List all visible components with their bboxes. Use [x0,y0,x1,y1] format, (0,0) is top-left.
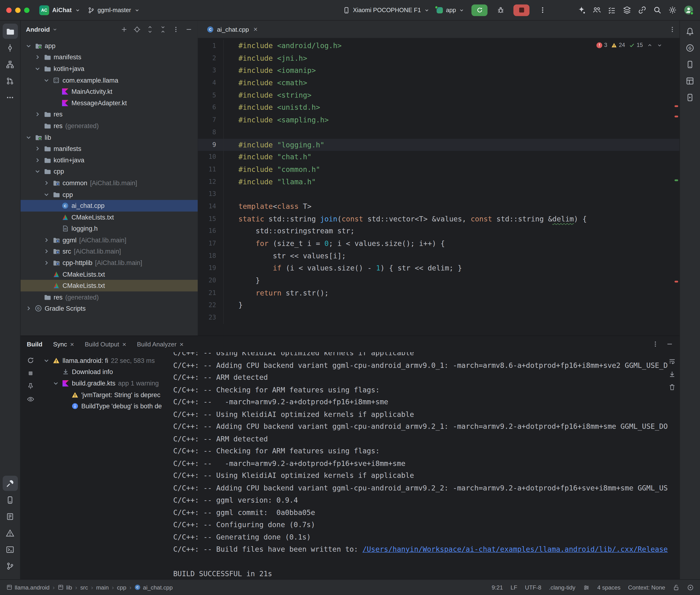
close-tab-icon[interactable]: × [122,341,126,347]
notifications-icon[interactable] [682,24,698,39]
tree-item-mainactivity-kt[interactable]: MainActivity.kt [21,86,198,97]
build-tab-build-analyzer[interactable]: Build Analyzer× [137,340,184,348]
tree-item-manifests[interactable]: manifests [21,143,198,154]
line-number-11[interactable]: 11 [198,163,224,176]
tree-item-cmakelists-txt[interactable]: CMakeLists.txt [21,268,198,280]
build-console[interactable]: C/C++: -- Using KleidiAI optimized kerne… [170,352,679,579]
chevron-down-icon[interactable] [52,380,59,387]
tree-item-cpp[interactable]: cpp [21,189,198,200]
close-tab-icon[interactable]: × [179,341,184,347]
code-line-12[interactable]: 12#include "llama.h" [198,176,679,188]
build-tab-build-output[interactable]: Build Output× [85,340,126,348]
scrolldown-button[interactable] [668,370,676,378]
chevron-down-icon[interactable] [43,191,50,198]
chevron-right-icon[interactable] [34,157,41,164]
chevron-down-icon[interactable] [34,65,41,73]
chevron-down-icon[interactable] [25,134,32,141]
editor-tab-ai-chat-cpp[interactable]: C ai_chat.cpp × [201,20,263,38]
code-line-5[interactable]: 5#include <string> [198,89,679,102]
code-line-11[interactable]: 11#include "common.h" [198,163,679,176]
version-control-icon[interactable] [2,558,18,573]
line-number-10[interactable]: 10 [198,151,224,163]
line-separator[interactable]: LF [511,584,517,591]
change-stripe-mark[interactable] [674,179,678,181]
line-number-16[interactable]: 16 [198,225,224,237]
line-number-22[interactable]: 22 [198,299,224,312]
tree-item-lib[interactable]: lib [21,132,198,143]
code-line-10[interactable]: 10#include "chat.h" [198,151,679,163]
build-tree-item-buildtype-debug-is-both-de[interactable]: BuildType 'debug' is both de [40,400,170,412]
build-tree-item-download-info[interactable]: Download info [40,366,170,378]
settings-icon[interactable] [668,6,677,14]
line-number-2[interactable]: 2 [198,52,224,64]
device-selector[interactable]: Xiaomi POCOPHONE F1 [343,6,429,13]
code-line-18[interactable]: 18 str << values[i]; [198,250,679,262]
line-number-18[interactable]: 18 [198,250,224,262]
device-explorer-icon[interactable] [2,492,18,507]
build-tree-item-build-gradle-kts[interactable]: build.gradle.ktsapp 1 warning [40,378,170,389]
eye-button[interactable] [27,395,34,403]
line-number-21[interactable]: 21 [198,287,224,299]
hide-panel-button[interactable] [666,340,673,348]
code-line-16[interactable]: 16 std::ostringstream str; [198,225,679,237]
breadcrumb-main[interactable]: main [96,584,109,591]
running-devices-icon[interactable] [682,90,698,105]
profile-icon[interactable] [683,5,694,15]
todo-icon[interactable] [608,6,616,14]
project-icon[interactable] [2,24,18,39]
logcat-icon[interactable] [2,509,18,524]
tree-item-manifests[interactable]: manifests [21,52,198,63]
zoom-window-button[interactable] [24,7,29,12]
hide-button[interactable] [185,26,192,33]
commit-icon[interactable] [2,40,18,55]
layout-inspector-icon[interactable] [682,73,698,88]
code-line-3[interactable]: 3#include <iomanip> [198,64,679,77]
build-options-button[interactable] [652,340,659,348]
indent-widget[interactable]: 4 spaces [597,584,621,591]
code-style-icon[interactable] [583,584,590,591]
tree-item-res[interactable]: res(generated) [21,291,198,303]
tree-item-kotlin-java[interactable]: kotlin+java [21,63,198,75]
context-widget[interactable]: Context: None [628,584,665,591]
share-icon[interactable] [638,6,647,14]
tree-item-cmakelists-txt[interactable]: CMakeLists.txt [21,280,198,291]
breadcrumb-lib[interactable]: lib [58,584,72,591]
locate-button[interactable] [133,26,141,33]
stopsq-button[interactable] [27,370,34,377]
tree-item-logging-h[interactable]: Hlogging.h [21,223,198,234]
line-number-1[interactable]: 1 [198,40,224,52]
tree-item-com-example-llama[interactable]: com.example.llama [21,75,198,86]
project-view-selector[interactable]: Android [26,26,57,33]
clang-tidy-widget[interactable]: .clang-tidy [549,584,576,591]
close-tab-icon[interactable]: × [253,26,258,33]
gradle-icon[interactable]: G [682,40,698,55]
code-line-22[interactable]: 22} [198,299,679,312]
terminal-icon[interactable] [2,542,18,557]
chevron-right-icon[interactable] [34,145,41,152]
debug-button[interactable] [495,4,507,16]
line-number-4[interactable]: 4 [198,77,224,89]
code-line-17[interactable]: 17 for (size_t i = 0; i < values.size();… [198,237,679,250]
line-number-23[interactable]: 23 [198,312,224,324]
pull-requests-icon[interactable] [2,73,18,88]
line-number-7[interactable]: 7 [198,114,224,126]
line-number-9[interactable]: 9 [198,139,224,151]
tree-item-src[interactable]: src[AiChat.lib.main] [21,246,198,257]
file-encoding[interactable]: UTF-8 [525,584,541,591]
pin-button[interactable] [27,382,34,390]
cursor-position[interactable]: 9:21 [492,584,503,591]
line-number-13[interactable]: 13 [198,188,224,200]
code-line-15[interactable]: 15static std::string join(const std::vec… [198,213,679,225]
tree-item-messageadapter-kt[interactable]: MessageAdapter.kt [21,97,198,109]
error-stripe-mark[interactable] [674,115,678,117]
tab-options-button[interactable] [669,26,676,33]
code-line-19[interactable]: 19 if (i < values.size() - 1) { str << d… [198,262,679,275]
line-number-6[interactable]: 6 [198,102,224,114]
chevron-down-icon[interactable] [43,77,50,84]
code-line-13[interactable]: 13 [198,188,679,200]
code-line-6[interactable]: 6#include <unistd.h> [198,102,679,114]
chevron-down-icon[interactable] [43,357,50,364]
layers-icon[interactable] [623,6,632,14]
tree-item-cmakelists-txt[interactable]: CMakeLists.txt [21,211,198,223]
tree-item-kotlin-java[interactable]: kotlin+java [21,154,198,166]
